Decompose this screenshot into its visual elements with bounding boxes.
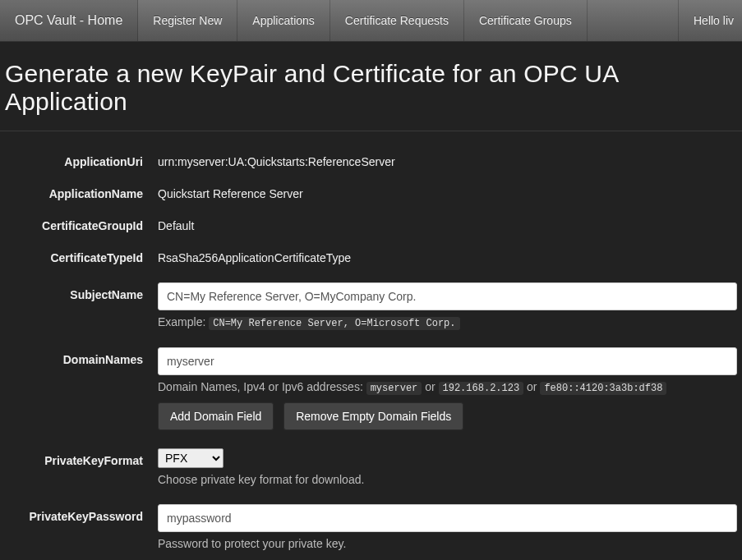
help-subject-name: Example: CN=My Reference Server, O=Micro…	[158, 315, 737, 329]
page-title: Generate a new KeyPair and Certificate f…	[0, 42, 742, 131]
row-certificate-group-id: CertificateGroupId Default	[5, 213, 737, 232]
row-private-key-format: PrivateKeyFormat PFX Choose private key …	[5, 448, 737, 486]
form-area: ApplicationUri urn:myserver:UA:Quickstar…	[0, 131, 742, 560]
help-domain-ex2: 192.168.2.123	[439, 382, 524, 395]
help-domain-names: Domain Names, Ipv4 or Ipv6 addresses: my…	[158, 380, 737, 394]
label-private-key-format: PrivateKeyFormat	[5, 448, 158, 467]
help-domain-ex1: myserver	[366, 382, 422, 395]
row-private-key-password: PrivateKeyPassword Password to protect y…	[5, 504, 737, 550]
nav-certificate-groups[interactable]: Certificate Groups	[464, 0, 588, 41]
label-application-uri: ApplicationUri	[5, 149, 158, 168]
label-domain-names: DomainNames	[5, 347, 158, 366]
row-certificate-type-id: CertificateTypeId RsaSha256ApplicationCe…	[5, 246, 737, 264]
label-certificate-type-id: CertificateTypeId	[5, 246, 158, 264]
value-application-uri: urn:myserver:UA:Quickstarts:ReferenceSer…	[158, 149, 737, 168]
row-subject-name: SubjectName Example: CN=My Reference Ser…	[5, 282, 737, 329]
select-private-key-format[interactable]: PFX	[158, 448, 224, 468]
value-certificate-group-id: Default	[158, 213, 737, 232]
remove-empty-domain-fields-button[interactable]: Remove Empty Domain Fields	[283, 402, 463, 430]
navbar: OPC Vault - Home Register New Applicatio…	[0, 0, 742, 42]
input-private-key-password[interactable]	[158, 504, 737, 532]
row-application-uri: ApplicationUri urn:myserver:UA:Quickstar…	[5, 149, 737, 168]
help-private-key-password: Password to protect your private key.	[158, 537, 737, 550]
nav-register-new[interactable]: Register New	[138, 0, 237, 41]
row-domain-names: DomainNames Domain Names, Ipv4 or Ipv6 a…	[5, 347, 737, 430]
add-domain-field-button[interactable]: Add Domain Field	[158, 402, 274, 430]
label-subject-name: SubjectName	[5, 282, 158, 301]
label-application-name: ApplicationName	[5, 181, 158, 200]
nav-applications[interactable]: Applications	[237, 0, 330, 41]
help-subject-prefix: Example:	[158, 315, 209, 328]
help-subject-example: CN=My Reference Server, O=Microsoft Corp…	[209, 317, 459, 330]
row-application-name: ApplicationName Quickstart Reference Ser…	[5, 181, 737, 200]
help-domain-ex3: fe80::4120:3a3b:df38	[540, 382, 666, 395]
input-domain-names[interactable]	[158, 347, 737, 375]
input-subject-name[interactable]	[158, 282, 737, 310]
label-private-key-password: PrivateKeyPassword	[5, 504, 158, 523]
nav-certificate-requests[interactable]: Certificate Requests	[330, 0, 464, 41]
value-application-name: Quickstart Reference Server	[158, 181, 737, 200]
help-private-key-format: Choose private key format for download.	[158, 473, 737, 486]
help-domain-or2: or	[523, 380, 540, 393]
help-domain-prefix: Domain Names, Ipv4 or Ipv6 addresses:	[158, 380, 366, 393]
help-domain-or1: or	[422, 380, 438, 393]
label-certificate-group-id: CertificateGroupId	[5, 213, 158, 232]
nav-user-greeting[interactable]: Hello liv	[678, 0, 742, 41]
value-certificate-type-id: RsaSha256ApplicationCertificateType	[158, 246, 737, 264]
nav-brand[interactable]: OPC Vault - Home	[0, 0, 138, 41]
